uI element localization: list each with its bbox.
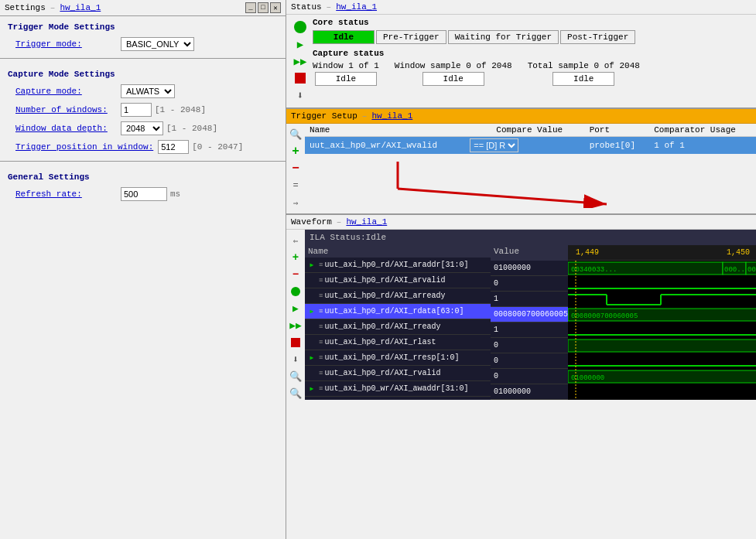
window-controls: _ □ ✕	[245, 2, 281, 13]
waveform-down-button[interactable]: ⬇	[288, 352, 303, 367]
signal-name-8: uut_axi_hp0_wr/AXI_awaddr[31:0]	[324, 384, 468, 393]
graph-header: 1,449 1,450	[568, 245, 756, 261]
waveform-ffwd-button[interactable]: ▶▶	[288, 318, 303, 333]
waveform-play-button[interactable]: ▶	[288, 301, 303, 316]
signal-icon-5	[306, 337, 317, 348]
signal-icon-7	[306, 368, 317, 379]
window-depth-value: 2048 [1 - 2048]	[121, 121, 217, 135]
trigger-row[interactable]: uut_axi_hp0_wr/AXI_wvalid == [D] R probe…	[305, 137, 756, 155]
refresh-rate-label: Refresh rate:	[15, 189, 116, 199]
signal-row-6[interactable]: ▶ ≡ uut_axi_hp0_rd/AXI_rresp[1:0]	[305, 350, 491, 366]
waveform-run-icon	[291, 287, 300, 296]
ila-status-text: ILA Status:Idle	[310, 233, 386, 242]
waveform-ila-link[interactable]: hw_ila_1	[346, 217, 387, 227]
run-once-button[interactable]: ▶	[292, 36, 308, 52]
waveform-main: ⇐ + − ▶ ▶▶	[286, 230, 756, 539]
signal-row-0[interactable]: ▶ ≡ uut_axi_hp0_rd/AXI_araddr[31:0]	[305, 258, 491, 273]
maximize-button[interactable]: □	[258, 2, 269, 13]
core-status-row: Idle Pre-Trigger Waiting for Trigger Pos…	[313, 30, 751, 44]
window-stat-col: Window 1 of 1 Idle	[313, 61, 379, 86]
refresh-rate-input[interactable]	[121, 187, 167, 201]
trigger-ila-link[interactable]: hw_ila_1	[371, 111, 412, 121]
signal-row-5[interactable]: ≡ uut_axi_hp0_rd/AXI_rlast	[305, 335, 491, 350]
trigger-col-name: Name	[305, 124, 465, 137]
download-button[interactable]: ⬇	[292, 87, 308, 103]
trigger-pos-row: Trigger position in window: [0 - 2047]	[0, 138, 286, 156]
compare-value-select[interactable]: == [D] R	[470, 138, 518, 152]
trigger-eq-button[interactable]: =	[288, 178, 303, 193]
trigger-remove-button[interactable]: −	[288, 161, 303, 176]
waveform-ffwd-icon: ▶▶	[289, 319, 302, 332]
waveform-content-area: ILA Status:Idle Name ▶ ≡	[305, 230, 756, 400]
trigger-mode-section-header: Trigger Mode Settings	[0, 16, 286, 35]
waveform-run-button[interactable]	[288, 284, 303, 299]
trigger-push-button[interactable]: ⇒	[288, 195, 303, 210]
capture-status-label: Capture status	[313, 49, 751, 58]
push-icon: ⇒	[293, 198, 299, 208]
signal-expand-icon-6: ▶	[306, 353, 317, 363]
trigger-search-button[interactable]: 🔍	[288, 127, 303, 142]
signal-row-7[interactable]: ≡ uut_axi_hp0_rd/AXI_rvalid	[305, 366, 491, 381]
waveform-add-button[interactable]: +	[288, 250, 303, 265]
signal-expand-icon-3: ▶	[306, 306, 317, 317]
waveform-nav-button[interactable]: ⇐	[288, 233, 303, 248]
divider-1	[0, 58, 286, 59]
run-trigger-button[interactable]	[292, 19, 308, 35]
num-windows-label: Number of windows:	[15, 105, 116, 114]
waveform-name-header: Name	[305, 245, 491, 258]
waveform-remove-icon: −	[292, 268, 299, 281]
signal-expand-icon-8: ▶	[306, 384, 317, 394]
waveform-zoom-button[interactable]: 🔍	[288, 386, 303, 401]
waveform-play-icon: ▶	[292, 302, 299, 315]
capture-mode-select[interactable]: ALWATS	[121, 84, 175, 98]
graph-marker-left: 1,449	[576, 248, 599, 257]
window-sample-col: Window sample 0 of 2048 Idle	[395, 61, 512, 86]
minimize-button[interactable]: _	[245, 2, 256, 13]
value-row-4: 1	[491, 322, 568, 338]
settings-ila-link[interactable]: hw_ila_1	[60, 3, 101, 12]
signal-row-4[interactable]: ≡ uut_axi_hp0_rd/AXI_rready	[305, 319, 491, 335]
refresh-rate-value: ms	[121, 187, 180, 201]
general-section-header: General Settings	[0, 166, 286, 185]
trigger-row-port: probe1[0]	[585, 137, 650, 155]
trigger-mode-select[interactable]: BASIC_ONLY	[121, 37, 194, 51]
signal-name-1: uut_axi_hp0_rd/AXI_arvalid	[324, 276, 445, 285]
trigger-col-compare: Compare Value	[465, 124, 584, 137]
num-windows-input[interactable]	[121, 103, 152, 117]
close-button[interactable]: ✕	[270, 2, 281, 13]
waveform-remove-button[interactable]: −	[288, 267, 303, 282]
waveform-search-button[interactable]: 🔍	[288, 369, 303, 384]
trigger-pos-input[interactable]	[158, 140, 189, 154]
stop-button[interactable]	[292, 70, 308, 86]
waveform-value-column: Value 01000000 0 1 0008000700060005 1 0 …	[491, 245, 568, 400]
trigger-table: Name Compare Value Port Comparator Usage…	[305, 124, 756, 154]
graph-marker-right: 1,450	[727, 248, 750, 257]
window-stat-label: Window 1 of 1	[313, 61, 379, 70]
run-once-icon: ▶	[297, 38, 303, 51]
status-ila-link[interactable]: hw_ila_1	[336, 2, 377, 12]
trigger-table-area: Name Compare Value Port Comparator Usage…	[305, 124, 756, 208]
remove-icon: −	[292, 162, 299, 175]
signal-row-2[interactable]: ≡ uut_axi_hp0_rd/AXI_arready	[305, 288, 491, 304]
trigger-mode-value: BASIC_ONLY	[121, 37, 194, 51]
total-sample-box: Idle	[552, 72, 614, 86]
run-immediate-button[interactable]: ▶▶	[292, 53, 308, 69]
red-arrow-svg	[305, 154, 756, 208]
waveform-stop-button[interactable]	[288, 335, 303, 350]
settings-panel: Settings – hw_ila_1 _ □ ✕ Trigger Mode S…	[0, 0, 286, 539]
capture-status-grid: Window 1 of 1 Idle Window sample 0 of 20…	[313, 61, 751, 86]
status-content: Core status Idle Pre-Trigger Waiting for…	[310, 18, 751, 86]
trigger-add-button[interactable]: +	[288, 144, 303, 159]
signal-row-1[interactable]: ≡ uut_axi_hp0_rd/AXI_arvalid	[305, 273, 491, 288]
window-depth-select[interactable]: 2048	[121, 121, 163, 135]
trigger-row-compare: == [D] R	[465, 137, 584, 155]
trigger-arrow-area	[305, 154, 756, 208]
core-status-label: Core status	[313, 18, 751, 27]
signal-row-3[interactable]: ▶ ≡ uut_axi_hp0_rd/AXI_rdata[63:0]	[305, 304, 491, 319]
trigger-mode-row: Trigger mode: BASIC_ONLY	[0, 35, 286, 53]
signal-row-8[interactable]: ▶ ≡ uut_axi_hp0_wr/AXI_awaddr[31:0]	[305, 381, 491, 397]
refresh-rate-row: Refresh rate: ms	[0, 185, 286, 203]
search-icon: 🔍	[289, 128, 302, 141]
window-sample-label: Window sample 0 of 2048	[395, 61, 512, 70]
eq-icon: =	[292, 180, 298, 191]
